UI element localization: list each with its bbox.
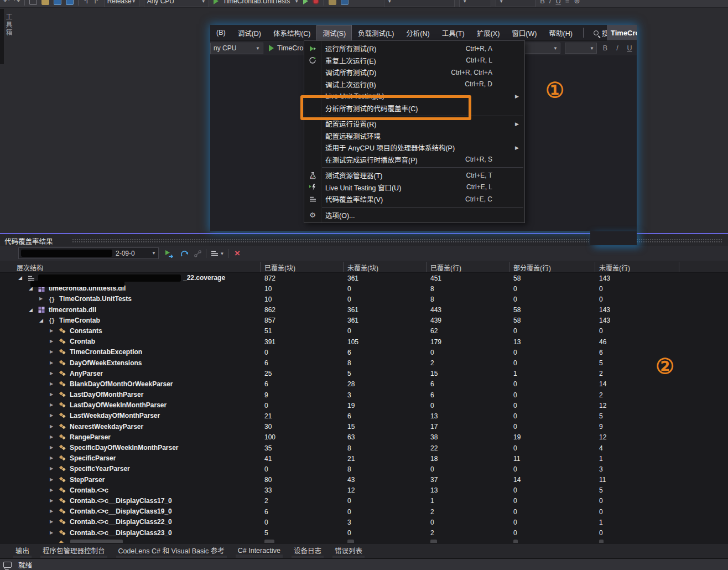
redo-icon[interactable]: ↱ [93,0,100,5]
menubar-item[interactable]: (B) [210,26,232,39]
menu-item-live-unit-testing-窗口-u-[interactable]: Live Unit Testing 窗口(U)Ctrl+E, L [304,182,524,194]
table-row[interactable]: ▶Crontab.<>c__DisplayClass17_020100 [0,496,728,506]
menu-item-适用于-anycpu-项目的处理器体系结构-p-[interactable]: 适用于 AnyCPU 项目的处理器体系结构(P)▶ [304,142,524,154]
menubar-item[interactable]: 测试(S) [316,25,352,40]
tree-expand-icon[interactable]: ▶ [50,455,53,460]
tree-expand-icon[interactable]: ▶ [50,424,53,429]
menu-item-选项-o-[interactable]: ⚙选项(O)... [304,209,524,221]
table-row[interactable]: ▶{}TimeCrontab.UnitTests100800 [0,294,728,304]
navigate-back-icon[interactable]: ↶ [3,0,9,5]
import-coverage-icon[interactable] [164,248,176,258]
tree-expand-icon[interactable]: ▶ [50,445,53,450]
column-separator[interactable] [426,262,427,272]
merge-results-icon[interactable] [178,248,190,258]
column-header[interactable]: 未覆盖(行) [599,263,630,272]
tree-expand-icon[interactable]: ▶ [50,477,53,482]
column-separator[interactable] [679,262,679,272]
table-row[interactable]: ▶DayOfWeekExtensions68205 [0,358,728,369]
tree-collapse-icon[interactable]: ◢ [39,318,43,323]
tree-expand-icon[interactable]: ▶ [50,371,53,376]
tree-expand-icon[interactable]: ▶ [50,498,53,503]
column-separator[interactable] [343,262,344,272]
save-all-icon[interactable] [66,0,74,5]
table-row[interactable]: ▶Crontab3911051791346 [0,336,728,347]
tree-expand-icon[interactable]: ▶ [50,402,53,407]
tree-expand-icon[interactable]: ▶ [50,488,53,493]
record-icon[interactable] [313,0,319,4]
menu-item-在测试完成运行时播放声音-p-[interactable]: 在测试完成运行时播放声音(P)Ctrl+R, S [304,154,524,166]
bottom-tab-程序包管理器控制台[interactable]: 程序包管理器控制台 [37,543,111,559]
bottom-tab-c-interactive[interactable]: C# Interactive [232,545,286,558]
tree-expand-icon[interactable]: ▶ [50,339,53,344]
feedback-icon[interactable] [3,562,12,568]
run-target-label[interactable]: TimeCrontab.UnitTests [223,0,290,5]
bottom-tab-输出[interactable]: 输出 [10,543,35,559]
tree-collapse-icon[interactable]: ◢ [18,275,22,281]
find-in-files-icon[interactable] [329,0,336,5]
tree-expand-icon[interactable]: ▶ [50,360,53,365]
menu-item-运行所有测试-r-[interactable]: 运行所有测试(R)Ctrl+R, A [304,43,524,55]
go-to-icon[interactable] [341,0,349,5]
menubar-item[interactable]: 体系结构(C) [267,25,316,40]
table-row[interactable]: ▶LastDayOfWeekInMonthParser0190012 [0,400,728,411]
table-row[interactable]: ▶AnyParser2551512 [0,369,728,379]
column-separator[interactable] [260,262,261,272]
table-row-clipped[interactable] [0,538,728,543]
bold-icon[interactable]: B [540,0,545,5]
italic-icon[interactable]: / [549,0,552,5]
column-header[interactable]: 未覆盖(块) [347,263,378,272]
bold-button[interactable]: B [601,44,609,52]
table-row[interactable]: ▶Crontab.<>c33121305 [0,485,728,496]
table-row[interactable]: ▶Crontab.<>c__DisplayClass23_050200 [0,528,728,538]
list-icon[interactable]: ≡ [565,0,570,5]
menu-item-调试上次运行-b-[interactable]: 调试上次运行(B)Ctrl+R, D [304,79,524,91]
menu-item-重复上次运行-e-[interactable]: 重复上次运行(E)Ctrl+R, L [304,55,524,67]
underline-button[interactable]: U [626,44,633,52]
tree-expand-icon[interactable]: ▶ [50,519,53,524]
column-header[interactable]: 已覆盖(行) [430,263,461,272]
tree-expand-icon[interactable]: ▶ [50,392,53,397]
menubar-item[interactable]: 调试(D) [232,25,267,40]
table-row[interactable]: ▶Constants5106200 [0,326,728,336]
new-project-icon[interactable] [29,0,37,5]
table-row[interactable]: ▶SpecificParser412118111 [0,453,728,464]
navigate-forward-icon[interactable]: ↷ [14,0,20,5]
link-icon[interactable]: ⊕ [574,0,580,5]
run-target-caret-icon[interactable]: ▼ [294,0,299,4]
tree-expand-icon[interactable]: ▶ [50,509,53,514]
bottom-tab-设备日志[interactable]: 设备日志 [288,543,327,559]
start-debug-icon[interactable] [214,0,219,4]
table-row[interactable]: ▶LastDayOfMonthParser93602 [0,390,728,400]
menubar-item[interactable]: 分析(N) [400,25,435,40]
menubar-item[interactable]: 负载测试(L) [352,25,400,40]
table-row[interactable]: ▶Crontab.<>c__DisplayClass22_003001 [0,517,728,527]
coverage-file-combobox[interactable]: 2-09-0 ▼ [18,247,159,259]
table-row[interactable]: ◢{}TimeCrontab85736143958143 [0,315,728,326]
table-row[interactable]: ▶NearestWeekdayParser30151709 [0,422,728,432]
tree-expand-icon[interactable]: ▶ [50,466,53,471]
tree-expand-icon[interactable]: ▶ [50,434,53,439]
menu-item-测试资源管理器-t-[interactable]: 测试资源管理器(T)Ctrl+E, T [304,169,524,182]
underline-icon[interactable]: U [555,0,560,5]
table-row[interactable]: ◢timecrontab.dll86236144358143 [0,305,728,315]
toolbar-select[interactable]: ▼ [384,0,455,7]
tree-expand-icon[interactable]: ▶ [50,413,53,418]
tree-collapse-icon[interactable]: ◢ [29,307,33,313]
menubar-item[interactable]: 窗口(W) [506,25,543,40]
column-header[interactable]: 已覆盖(块) [264,263,295,272]
open-folder-icon[interactable] [41,0,49,5]
column-separator[interactable] [509,262,509,272]
platform-select[interactable]: Any CPU▼ [144,0,209,7]
tree-expand-icon[interactable]: ▶ [50,530,53,535]
column-header[interactable]: 部分覆盖(行) [513,263,551,272]
toolbar-select[interactable]: ▼ [496,0,535,7]
tree-expand-icon[interactable]: ▶ [50,349,53,354]
menubar-item[interactable]: 工具(T) [436,25,471,40]
save-icon[interactable] [54,0,61,5]
table-row[interactable]: ▶BlankDayOfMonthOrWeekParser6286014 [0,379,728,390]
table-row[interactable]: ▶StepParser8043371411 [0,475,728,485]
font-select[interactable]: ▼ [521,43,560,54]
undo-icon[interactable]: ↰ [83,0,89,5]
italic-button[interactable]: / [613,44,621,52]
menu-item-调试所有测试-d-[interactable]: 调试所有测试(D)Ctrl+R, Ctrl+A [304,66,524,79]
